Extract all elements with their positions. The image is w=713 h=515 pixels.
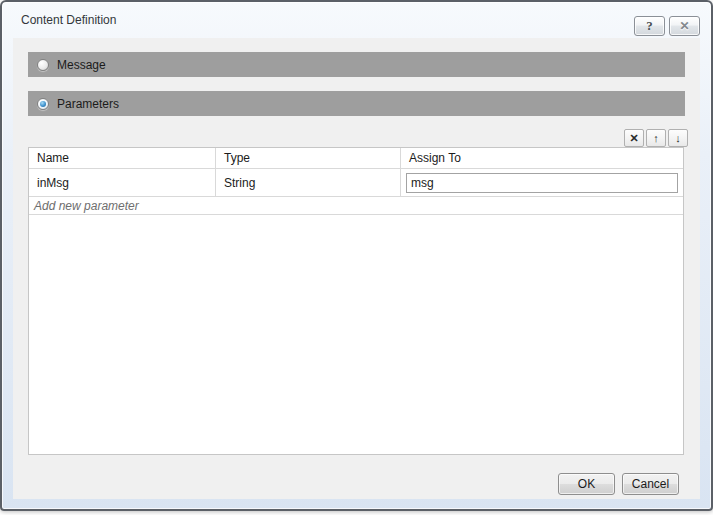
delete-parameter-button[interactable]: ✕	[624, 129, 644, 147]
message-label: Message	[57, 58, 106, 72]
parameter-type-cell[interactable]: String	[216, 169, 401, 196]
column-header-name: Name	[29, 148, 216, 168]
cancel-button[interactable]: Cancel	[622, 473, 679, 495]
parameter-assign-cell	[401, 169, 683, 196]
arrow-up-icon: ↑	[653, 133, 659, 144]
add-new-parameter-row[interactable]: Add new parameter	[29, 197, 683, 215]
assign-to-input[interactable]	[406, 173, 678, 193]
ok-button[interactable]: OK	[558, 473, 615, 495]
close-icon: ✕	[679, 19, 689, 33]
move-down-button[interactable]: ↓	[668, 129, 688, 147]
close-button[interactable]: ✕	[669, 16, 700, 36]
table-row[interactable]: inMsg String	[29, 169, 683, 197]
dialog-content: Message Parameters ✕ ↑ ↓ Name Type Assig…	[13, 38, 700, 499]
delete-icon: ✕	[629, 133, 638, 144]
parameters-table: Name Type Assign To inMsg String Add new…	[28, 147, 684, 455]
help-icon: ?	[646, 18, 653, 34]
parameters-radio[interactable]	[37, 98, 49, 110]
dialog-title: Content Definition	[21, 13, 116, 27]
title-bar[interactable]: Content Definition ? ✕	[2, 2, 711, 38]
parameter-name-cell[interactable]: inMsg	[29, 169, 216, 196]
parameters-toolbar: ✕ ↑ ↓	[624, 129, 688, 147]
section-message[interactable]: Message	[28, 52, 685, 77]
column-header-assign-to: Assign To	[401, 148, 683, 168]
section-parameters[interactable]: Parameters	[28, 91, 685, 116]
parameters-label: Parameters	[57, 97, 119, 111]
message-radio[interactable]	[37, 59, 49, 71]
content-definition-dialog: Content Definition ? ✕ Message Parameter…	[0, 0, 713, 511]
column-header-type: Type	[216, 148, 401, 168]
arrow-down-icon: ↓	[675, 133, 681, 144]
table-header-row: Name Type Assign To	[29, 148, 683, 169]
move-up-button[interactable]: ↑	[646, 129, 666, 147]
help-button[interactable]: ?	[634, 16, 665, 36]
